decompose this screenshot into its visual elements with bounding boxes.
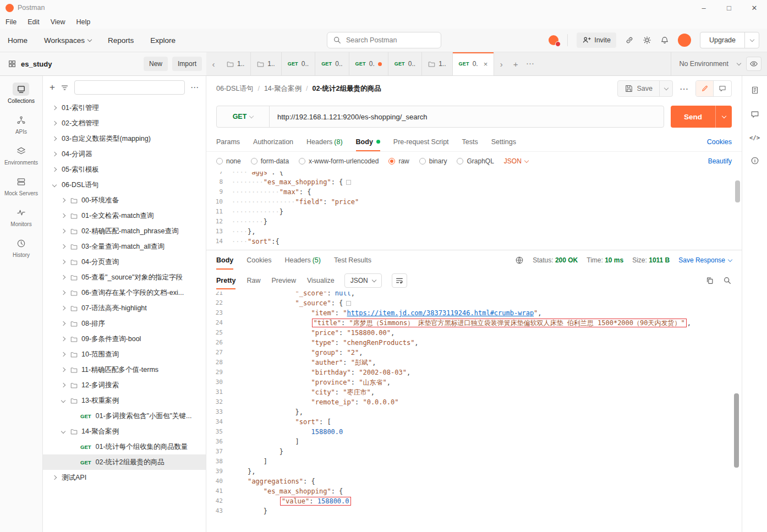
comment-icon[interactable]: [714, 81, 731, 96]
raw-language-selector[interactable]: JSON: [504, 157, 528, 165]
folder-item[interactable]: 03-全量查询-match_all查询: [43, 239, 206, 254]
chevron-right-icon[interactable]: [61, 289, 67, 296]
request-tab-authorization[interactable]: Authorization: [253, 132, 293, 151]
code-line[interactable]: 29 "birthday": "2002-08-03",: [206, 368, 742, 377]
documentation-icon[interactable]: [750, 86, 759, 95]
code-line[interactable]: 24 "title": "席梦思（Simmons） 床垫官方黑标进口独立袋装弹簧…: [206, 318, 742, 328]
chevron-right-icon[interactable]: [61, 320, 67, 327]
collection-item[interactable]: 01-索引管理: [43, 100, 206, 116]
rail-mock-servers[interactable]: Mock Servers: [4, 175, 38, 196]
nav-workspaces[interactable]: Workspaces: [44, 36, 91, 45]
chevron-down-icon[interactable]: [744, 32, 759, 48]
view-tab-visualize[interactable]: Visualize: [307, 270, 335, 292]
breadcrumb-item[interactable]: 14-聚合案例: [264, 84, 302, 94]
folder-item[interactable]: 13-权重案例: [43, 393, 206, 408]
response-format-selector[interactable]: JSON: [344, 273, 382, 288]
nav-home[interactable]: Home: [8, 36, 28, 45]
request-item[interactable]: GET01-统计每个组收集的商品数量: [43, 439, 206, 454]
scrollbar-thumb[interactable]: [735, 180, 740, 202]
request-tab-settings[interactable]: Settings: [491, 132, 516, 151]
code-line[interactable]: 40 "aggregations": {: [206, 476, 742, 486]
folder-item[interactable]: 07-语法高亮-highlight: [43, 300, 206, 316]
request-tab-tests[interactable]: Tests: [462, 132, 478, 151]
sidebar-search-input[interactable]: [74, 80, 185, 95]
edit-pencil-icon[interactable]: [696, 81, 714, 96]
request-tab-headers[interactable]: Headers(8): [306, 132, 343, 151]
sort-filter-icon[interactable]: [61, 84, 69, 92]
collection-item[interactable]: 02-文档管理: [43, 116, 206, 131]
folder-item[interactable]: 02-精确匹配-match_phrase查询: [43, 223, 206, 239]
code-line[interactable]: 28 "auther": "彭斌",: [206, 358, 742, 368]
open-tab[interactable]: GET0..: [282, 52, 315, 75]
chevron-right-icon[interactable]: [61, 228, 67, 234]
folder-item[interactable]: 05-查看"_source"对象的指定字段: [43, 270, 206, 285]
save-response-button[interactable]: Save Response: [678, 256, 732, 264]
open-tab[interactable]: GET0..: [315, 52, 349, 75]
rail-apis[interactable]: APIs: [13, 113, 30, 135]
response-tab-body[interactable]: Body: [216, 250, 233, 270]
body-mode-none[interactable]: none: [216, 157, 241, 165]
avatar[interactable]: [678, 34, 691, 47]
folder-item[interactable]: 14-聚合案例: [43, 424, 206, 439]
open-tab[interactable]: GET0.: [349, 52, 388, 75]
code-line[interactable]: 23 "item": "https://item.jd.com/38373119…: [206, 308, 742, 318]
view-tab-raw[interactable]: Raw: [246, 270, 260, 292]
request-tab-params[interactable]: Params: [216, 132, 240, 151]
environment-selector[interactable]: No Environment: [679, 60, 728, 68]
fold-widget-icon[interactable]: [346, 301, 351, 306]
rail-monitors[interactable]: Monitors: [10, 206, 31, 227]
collection-item[interactable]: 06-DSL语句: [43, 177, 206, 193]
tab-scroll-right-icon[interactable]: ›: [494, 52, 508, 75]
code-snippet-icon[interactable]: </>: [749, 134, 760, 141]
chevron-down-icon[interactable]: [61, 397, 67, 404]
code-line[interactable]: 7····"aggs": {: [206, 172, 742, 177]
sidebar-more-icon[interactable]: ⋯: [190, 83, 199, 92]
code-line[interactable]: 21 "_score": null,: [206, 292, 742, 298]
chevron-right-icon[interactable]: [52, 120, 58, 127]
invite-button[interactable]: Invite: [577, 32, 616, 48]
code-line[interactable]: 41 "es_max_shopping": {: [206, 486, 742, 496]
code-line[interactable]: 36 ]: [206, 437, 742, 447]
bell-icon[interactable]: [660, 36, 669, 45]
upgrade-button[interactable]: Upgrade: [700, 32, 759, 48]
menu-view[interactable]: View: [51, 18, 65, 26]
close-button[interactable]: ✕: [742, 0, 767, 15]
body-mode-binary[interactable]: binary: [419, 157, 447, 165]
menu-help[interactable]: Help: [76, 18, 91, 26]
code-line[interactable]: 25 "price": "158800.00",: [206, 328, 742, 338]
url-input[interactable]: [270, 106, 664, 127]
code-line[interactable]: 34 "sort": [: [206, 417, 742, 427]
body-mode-x-www-form-urlencoded[interactable]: x-www-form-urlencoded: [299, 157, 379, 165]
folder-item[interactable]: 06-查询存在某个字段的文档-exi...: [43, 285, 206, 300]
folder-item[interactable]: 12-多词搜索: [43, 377, 206, 393]
view-tab-pretty[interactable]: Pretty: [216, 270, 235, 292]
cookies-link[interactable]: Cookies: [707, 132, 732, 151]
folder-item[interactable]: 10-范围查询: [43, 347, 206, 362]
code-line[interactable]: 42 "value": 158800.0: [206, 496, 742, 506]
folder-item[interactable]: 11-精确匹配多个值-terms: [43, 362, 206, 377]
open-tab[interactable]: 1..: [422, 52, 452, 75]
save-button[interactable]: Save: [618, 81, 660, 96]
chevron-right-icon[interactable]: [52, 474, 58, 481]
nav-explore[interactable]: Explore: [150, 36, 176, 45]
close-tab-icon[interactable]: ×: [484, 60, 488, 68]
collection-item[interactable]: 03-自定义数据类型(mapping): [43, 131, 206, 146]
response-tab-cookies[interactable]: Cookies: [246, 250, 271, 270]
workspace-name[interactable]: es_study: [21, 60, 52, 68]
tab-options-icon[interactable]: ⋯: [523, 52, 537, 75]
chevron-right-icon[interactable]: [61, 243, 67, 250]
method-selector[interactable]: GET: [217, 106, 270, 127]
request-body-editor[interactable]: 7····"aggs": {8········"es_max_shopping"…: [206, 172, 742, 250]
collection-item[interactable]: 04-分词器: [43, 146, 206, 162]
nav-reports[interactable]: Reports: [108, 36, 134, 45]
folder-item[interactable]: 09-多条件查询-bool: [43, 331, 206, 347]
chevron-down-icon[interactable]: [61, 428, 67, 435]
code-line[interactable]: 8········"es_max_shopping": {: [206, 177, 742, 187]
code-line[interactable]: 27 "group": "2",: [206, 348, 742, 358]
chevron-right-icon[interactable]: [61, 197, 67, 204]
beautify-link[interactable]: Beautify: [708, 157, 732, 165]
open-tab[interactable]: GET0.×: [453, 52, 495, 75]
body-mode-graphql[interactable]: GraphQL: [457, 157, 494, 165]
code-line[interactable]: 11············}: [206, 207, 742, 217]
folder-item[interactable]: 08-排序: [43, 316, 206, 331]
